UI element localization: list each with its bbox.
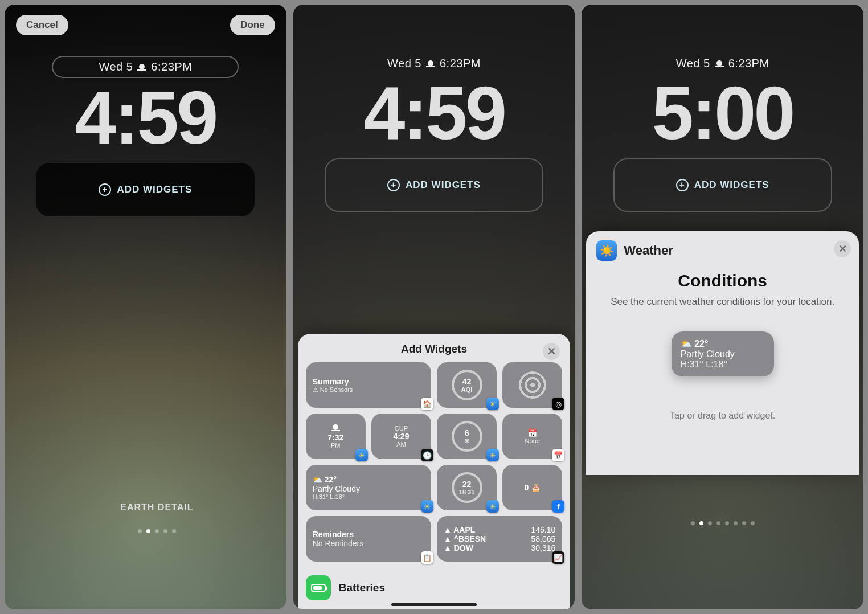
stock-sym: ▲ ^BSESN — [444, 534, 486, 543]
stock-sym: ▲ DOW — [444, 543, 473, 552]
add-widgets-sheet: Add Widgets ✕ Summary ⚠︎ No Sensors 🏠 42… — [298, 334, 571, 609]
add-widgets-label: ADD WIDGETS — [406, 179, 481, 191]
lock-clock-2: 4:59 — [305, 70, 564, 156]
calendar-none: None — [525, 437, 540, 444]
stock-sym: ▲ AAPL — [444, 525, 475, 534]
weather-app-icon: ☀ — [421, 500, 433, 513]
summary-sub: No Sensors — [320, 386, 353, 393]
calendar-app-icon: 📅 — [552, 449, 564, 461]
home-indicator[interactable] — [391, 603, 477, 606]
app-list-label: Batteries — [339, 582, 385, 594]
add-widgets-slot-3: + ADD WIDGETS — [613, 158, 832, 212]
widget-world-clock[interactable]: CUP 4:29 AM 🕒 — [371, 414, 431, 459]
sunset-icon — [715, 60, 724, 67]
widget-aqi[interactable]: 42AQI ☀ — [437, 362, 497, 408]
stock-val: 58,065 — [531, 534, 556, 543]
widget-birthdays[interactable]: 0 🎂 f — [502, 465, 562, 510]
home-app-icon: 🏠 — [421, 398, 433, 410]
weather-app-icon: ☀ — [355, 449, 368, 461]
suggestions-grid: Summary ⚠︎ No Sensors 🏠 42AQI ☀ ◎ 7:32PM… — [306, 362, 563, 562]
summary-title: Summary — [313, 377, 424, 386]
weather-app-icon: ☀️ — [596, 240, 617, 261]
phone-panel-1: Cancel Done Wed 5 6:23PM 4:59 + ADD WIDG… — [5, 5, 286, 609]
phone-panel-2: Wed 5 6:23PM 4:59 + ADD WIDGETS Add Widg… — [293, 5, 575, 609]
battery-icon — [311, 584, 326, 592]
reminders-title: Reminders — [313, 530, 424, 539]
uv-value: 6 — [465, 428, 469, 437]
app-list-row-batteries[interactable]: Batteries — [306, 575, 563, 600]
stock-val: 30,316 — [531, 543, 556, 552]
add-widget-hint: Tap or drag to add widget. — [594, 411, 851, 421]
sunset-ampm: PM — [327, 442, 343, 449]
widget-uv-index[interactable]: 6☀ ☀ — [437, 414, 497, 459]
rings-icon — [519, 371, 546, 399]
wallpaper-name-label: EARTH DETAIL — [16, 502, 286, 513]
cancel-button[interactable]: Cancel — [16, 15, 68, 35]
page-dots[interactable] — [16, 529, 286, 533]
plus-circle-icon: + — [387, 179, 400, 191]
lock-clock[interactable]: 4:59 — [16, 75, 275, 161]
close-button[interactable]: ✕ — [543, 343, 560, 360]
sunset-time: 6:23PM — [440, 57, 481, 70]
sunset-time: 6:23PM — [728, 57, 769, 70]
close-button[interactable]: ✕ — [834, 240, 851, 257]
widget-sunset[interactable]: 7:32PM ☀ — [306, 414, 366, 459]
sun-icon: ☀ — [464, 437, 470, 445]
city-time: 4:29 — [393, 432, 409, 441]
condition: Partly Cloudy — [313, 484, 424, 493]
sheet-title: Add Widgets — [401, 343, 467, 355]
fitness-app-icon: ◎ — [552, 398, 564, 410]
reminders-sub: No Reminders — [313, 539, 424, 548]
reminders-app-icon: 📋 — [421, 551, 433, 564]
date-label: Wed 5 — [99, 60, 133, 73]
sunset-icon — [331, 424, 340, 431]
add-widgets-label: ADD WIDGETS — [117, 184, 192, 195]
widget-fitness-rings[interactable]: ◎ — [502, 362, 562, 408]
widget-variant-dots[interactable] — [582, 521, 863, 525]
weather-app-icon: ☀ — [486, 500, 499, 513]
facebook-app-icon: f — [552, 500, 564, 513]
widget-calendar[interactable]: 📅 None 📅 — [502, 414, 562, 459]
lock-clock-3: 5:00 — [593, 70, 852, 156]
batteries-app-icon — [306, 575, 331, 600]
weather-app-icon: ☀ — [486, 398, 499, 410]
preview-cond: Partly Cloudy — [681, 349, 765, 359]
sheet-app-name: Weather — [624, 243, 673, 258]
weather-app-icon: ☀ — [486, 449, 499, 461]
temp: 22° — [325, 475, 337, 484]
widget-preview[interactable]: ⛅ 22° Partly Cloudy H:31° L:18° — [672, 331, 774, 376]
stock-val: 146.10 — [531, 525, 556, 534]
widget-weather-conditions[interactable]: ⛅ 22° Partly Cloudy H:31° L:18° ☀ — [306, 465, 431, 510]
plus-circle-icon: + — [99, 183, 111, 196]
widget-variant-title: Conditions — [594, 271, 851, 290]
date-label: Wed 5 — [676, 57, 710, 70]
add-widgets-slot-2: + ADD WIDGETS — [325, 158, 543, 212]
moon-value: 22 — [462, 480, 472, 489]
aqi-label: AQI — [461, 386, 473, 393]
clock-app-icon: 🕒 — [421, 449, 433, 461]
plus-circle-icon: + — [676, 179, 689, 191]
stocks-app-icon: 📈 — [552, 551, 564, 564]
preview-temp: 22° — [694, 339, 708, 349]
preview-hilo: H:31° L:18° — [681, 359, 765, 370]
date-label: Wed 5 — [387, 57, 421, 70]
sunset-icon — [426, 60, 435, 67]
widget-moon[interactable]: 2218 31 ☀ — [437, 465, 497, 510]
birthday-count: 0 — [524, 483, 529, 492]
aqi-value: 42 — [462, 377, 472, 386]
sunset-time: 6:23PM — [151, 60, 192, 73]
moon-sub: 18 31 — [459, 489, 475, 496]
add-widgets-slot[interactable]: + ADD WIDGETS — [36, 163, 255, 216]
phone-panel-3: Wed 5 6:23PM 5:00 + ADD WIDGETS ☀️ Weath… — [582, 5, 863, 609]
calendar-icon: 📅 — [527, 428, 537, 437]
widget-home-summary[interactable]: Summary ⚠︎ No Sensors 🏠 — [306, 362, 431, 408]
weather-widget-detail-sheet: ☀️ Weather ✕ Conditions See the current … — [586, 231, 859, 475]
widget-reminders[interactable]: Reminders No Reminders 📋 — [306, 516, 431, 562]
widget-variant-desc: See the current weather conditions for y… — [594, 295, 851, 309]
done-button[interactable]: Done — [230, 15, 275, 35]
sunset-time: 7:32 — [327, 433, 343, 442]
widget-stocks[interactable]: ▲ AAPL146.10 ▲ ^BSESN58,065 ▲ DOW30,316 … — [437, 516, 562, 562]
city-ampm: AM — [396, 441, 406, 448]
add-widgets-label: ADD WIDGETS — [694, 179, 769, 191]
city-label: CUP — [395, 425, 408, 432]
